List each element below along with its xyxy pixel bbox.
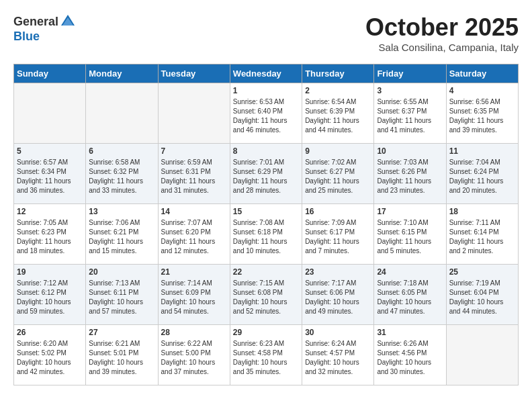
day-cell-14: 14Sunrise: 7:07 AM Sunset: 6:20 PM Dayli… bbox=[158, 204, 230, 265]
day-number: 13 bbox=[89, 207, 154, 216]
day-number: 30 bbox=[305, 328, 371, 337]
day-info: Sunrise: 6:55 AM Sunset: 6:37 PM Dayligh… bbox=[377, 97, 443, 135]
day-cell-7: 7Sunrise: 6:59 AM Sunset: 6:31 PM Daylig… bbox=[158, 144, 230, 204]
day-cell-10: 10Sunrise: 7:03 AM Sunset: 6:26 PM Dayli… bbox=[374, 144, 446, 204]
day-info: Sunrise: 6:53 AM Sunset: 6:40 PM Dayligh… bbox=[233, 97, 299, 135]
day-cell-17: 17Sunrise: 7:10 AM Sunset: 6:15 PM Dayli… bbox=[374, 204, 446, 265]
day-number: 14 bbox=[161, 207, 227, 216]
day-number: 24 bbox=[377, 267, 443, 277]
day-number: 6 bbox=[89, 146, 154, 156]
day-number: 10 bbox=[377, 146, 443, 156]
day-info: Sunrise: 7:12 AM Sunset: 6:12 PM Dayligh… bbox=[17, 279, 83, 316]
day-cell-23: 23Sunrise: 7:17 AM Sunset: 6:06 PM Dayli… bbox=[302, 265, 374, 325]
day-number: 20 bbox=[89, 267, 154, 277]
day-info: Sunrise: 6:23 AM Sunset: 4:58 PM Dayligh… bbox=[233, 339, 299, 377]
day-cell-15: 15Sunrise: 7:08 AM Sunset: 6:18 PM Dayli… bbox=[230, 204, 302, 265]
day-cell-19: 19Sunrise: 7:12 AM Sunset: 6:12 PM Dayli… bbox=[14, 265, 86, 325]
day-number: 29 bbox=[233, 328, 299, 337]
day-number: 9 bbox=[305, 146, 371, 156]
day-info: Sunrise: 6:58 AM Sunset: 6:32 PM Dayligh… bbox=[89, 158, 154, 195]
day-info: Sunrise: 7:13 AM Sunset: 6:11 PM Dayligh… bbox=[89, 279, 154, 316]
day-info: Sunrise: 7:07 AM Sunset: 6:20 PM Dayligh… bbox=[161, 218, 227, 256]
day-info: Sunrise: 7:18 AM Sunset: 6:05 PM Dayligh… bbox=[377, 279, 443, 316]
day-cell-29: 29Sunrise: 6:23 AM Sunset: 4:58 PM Dayli… bbox=[230, 325, 302, 385]
day-number: 4 bbox=[449, 86, 515, 95]
day-info: Sunrise: 6:54 AM Sunset: 6:39 PM Dayligh… bbox=[305, 97, 371, 135]
weekday-header-friday: Friday bbox=[374, 64, 446, 83]
calendar: SundayMondayTuesdayWednesdayThursdayFrid… bbox=[13, 64, 519, 385]
day-number: 27 bbox=[89, 328, 154, 337]
weekday-header-wednesday: Wednesday bbox=[230, 64, 302, 83]
day-info: Sunrise: 7:15 AM Sunset: 6:08 PM Dayligh… bbox=[233, 279, 299, 316]
weekday-header-saturday: Saturday bbox=[446, 64, 518, 83]
day-number: 5 bbox=[17, 146, 83, 156]
day-info: Sunrise: 6:26 AM Sunset: 4:56 PM Dayligh… bbox=[377, 339, 443, 377]
empty-cell bbox=[14, 83, 86, 144]
day-number: 23 bbox=[305, 267, 371, 277]
title-block: October 2025 Sala Consilina, Campania, I… bbox=[365, 13, 519, 53]
day-info: Sunrise: 6:57 AM Sunset: 6:34 PM Dayligh… bbox=[17, 158, 83, 195]
day-number: 16 bbox=[305, 207, 371, 216]
empty-cell bbox=[86, 83, 158, 144]
day-info: Sunrise: 7:14 AM Sunset: 6:09 PM Dayligh… bbox=[161, 279, 227, 316]
day-cell-13: 13Sunrise: 7:06 AM Sunset: 6:21 PM Dayli… bbox=[86, 204, 158, 265]
weekday-header-row: SundayMondayTuesdayWednesdayThursdayFrid… bbox=[14, 64, 519, 83]
day-info: Sunrise: 7:01 AM Sunset: 6:29 PM Dayligh… bbox=[233, 158, 299, 195]
day-info: Sunrise: 6:21 AM Sunset: 5:01 PM Dayligh… bbox=[89, 339, 154, 377]
page-header: General Blue October 2025 Sala Consilina… bbox=[13, 13, 519, 53]
day-info: Sunrise: 7:10 AM Sunset: 6:15 PM Dayligh… bbox=[377, 218, 443, 256]
day-info: Sunrise: 7:11 AM Sunset: 6:14 PM Dayligh… bbox=[449, 218, 515, 256]
day-number: 18 bbox=[449, 207, 515, 216]
logo-icon bbox=[60, 13, 76, 30]
week-row-2: 5Sunrise: 6:57 AM Sunset: 6:34 PM Daylig… bbox=[14, 144, 519, 204]
day-number: 1 bbox=[233, 86, 299, 95]
day-cell-16: 16Sunrise: 7:09 AM Sunset: 6:17 PM Dayli… bbox=[302, 204, 374, 265]
day-number: 15 bbox=[233, 207, 299, 216]
day-number: 17 bbox=[377, 207, 443, 216]
week-row-4: 19Sunrise: 7:12 AM Sunset: 6:12 PM Dayli… bbox=[14, 265, 519, 325]
day-info: Sunrise: 6:59 AM Sunset: 6:31 PM Dayligh… bbox=[161, 158, 227, 195]
empty-cell bbox=[446, 325, 518, 385]
day-cell-6: 6Sunrise: 6:58 AM Sunset: 6:32 PM Daylig… bbox=[86, 144, 158, 204]
day-number: 11 bbox=[449, 146, 515, 156]
weekday-header-sunday: Sunday bbox=[14, 64, 86, 83]
logo-blue: Blue bbox=[13, 30, 40, 44]
day-cell-4: 4Sunrise: 6:56 AM Sunset: 6:35 PM Daylig… bbox=[446, 83, 518, 144]
weekday-header-tuesday: Tuesday bbox=[158, 64, 230, 83]
day-cell-2: 2Sunrise: 6:54 AM Sunset: 6:39 PM Daylig… bbox=[302, 83, 374, 144]
location: Sala Consilina, Campania, Italy bbox=[365, 42, 519, 53]
day-cell-9: 9Sunrise: 7:02 AM Sunset: 6:27 PM Daylig… bbox=[302, 144, 374, 204]
logo: General Blue bbox=[13, 13, 76, 44]
day-cell-30: 30Sunrise: 6:24 AM Sunset: 4:57 PM Dayli… bbox=[302, 325, 374, 385]
day-info: Sunrise: 7:08 AM Sunset: 6:18 PM Dayligh… bbox=[233, 218, 299, 256]
day-info: Sunrise: 7:06 AM Sunset: 6:21 PM Dayligh… bbox=[89, 218, 154, 256]
month-title: October 2025 bbox=[365, 13, 519, 42]
day-cell-26: 26Sunrise: 6:20 AM Sunset: 5:02 PM Dayli… bbox=[14, 325, 86, 385]
day-number: 21 bbox=[161, 267, 227, 277]
week-row-1: 1Sunrise: 6:53 AM Sunset: 6:40 PM Daylig… bbox=[14, 83, 519, 144]
day-info: Sunrise: 6:24 AM Sunset: 4:57 PM Dayligh… bbox=[305, 339, 371, 377]
day-cell-22: 22Sunrise: 7:15 AM Sunset: 6:08 PM Dayli… bbox=[230, 265, 302, 325]
day-number: 25 bbox=[449, 267, 515, 277]
day-cell-3: 3Sunrise: 6:55 AM Sunset: 6:37 PM Daylig… bbox=[374, 83, 446, 144]
day-cell-5: 5Sunrise: 6:57 AM Sunset: 6:34 PM Daylig… bbox=[14, 144, 86, 204]
weekday-header-monday: Monday bbox=[86, 64, 158, 83]
day-number: 31 bbox=[377, 328, 443, 337]
day-number: 19 bbox=[17, 267, 83, 277]
day-cell-31: 31Sunrise: 6:26 AM Sunset: 4:56 PM Dayli… bbox=[374, 325, 446, 385]
day-number: 3 bbox=[377, 86, 443, 95]
day-number: 2 bbox=[305, 86, 371, 95]
day-cell-25: 25Sunrise: 7:19 AM Sunset: 6:04 PM Dayli… bbox=[446, 265, 518, 325]
day-info: Sunrise: 7:05 AM Sunset: 6:23 PM Dayligh… bbox=[17, 218, 83, 256]
day-info: Sunrise: 7:17 AM Sunset: 6:06 PM Dayligh… bbox=[305, 279, 371, 316]
day-info: Sunrise: 7:03 AM Sunset: 6:26 PM Dayligh… bbox=[377, 158, 443, 195]
day-info: Sunrise: 7:09 AM Sunset: 6:17 PM Dayligh… bbox=[305, 218, 371, 256]
day-number: 7 bbox=[161, 146, 227, 156]
empty-cell bbox=[158, 83, 230, 144]
day-cell-27: 27Sunrise: 6:21 AM Sunset: 5:01 PM Dayli… bbox=[86, 325, 158, 385]
weekday-header-thursday: Thursday bbox=[302, 64, 374, 83]
day-cell-8: 8Sunrise: 7:01 AM Sunset: 6:29 PM Daylig… bbox=[230, 144, 302, 204]
day-info: Sunrise: 7:04 AM Sunset: 6:24 PM Dayligh… bbox=[449, 158, 515, 195]
day-info: Sunrise: 7:02 AM Sunset: 6:27 PM Dayligh… bbox=[305, 158, 371, 195]
day-number: 28 bbox=[161, 328, 227, 337]
